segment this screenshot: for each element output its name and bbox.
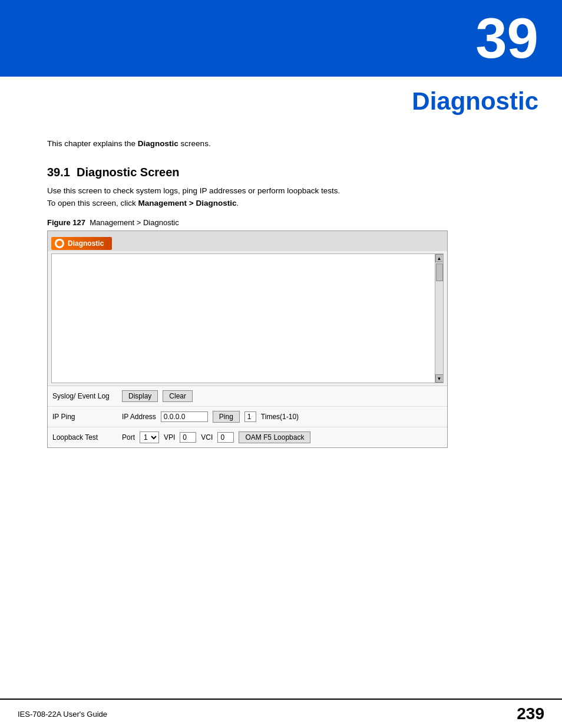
ip-ping-row: IP Ping IP Address Ping Times(1-10) xyxy=(48,407,447,427)
titlebar-text: Diagnostic xyxy=(68,239,104,248)
controls-area: Syslog/ Event Log Display Clear IP Ping … xyxy=(48,386,447,447)
section-title: 39.1 Diagnostic Screen xyxy=(47,166,515,179)
figure-label: Figure 127 xyxy=(47,218,85,227)
syslog-label: Syslog/ Event Log xyxy=(52,392,117,400)
section-title-text: Diagnostic Screen xyxy=(77,166,180,179)
chapter-title: Diagnostic xyxy=(0,77,562,133)
display-button[interactable]: Display xyxy=(122,390,158,402)
scroll-up-arrow[interactable]: ▲ xyxy=(435,254,444,262)
port-select[interactable]: 1 xyxy=(140,431,159,443)
log-area[interactable]: ▲ ▼ xyxy=(51,253,444,383)
clear-button[interactable]: Clear xyxy=(163,390,193,402)
loopback-row: Loopback Test Port 1 VPI VCI OAM F5 Loop… xyxy=(48,427,447,447)
intro-bold: Diagnostic xyxy=(138,139,178,148)
scroll-down-arrow[interactable]: ▼ xyxy=(435,374,444,383)
footer-left: IES-708-22A User's Guide xyxy=(18,710,107,719)
main-content: This chapter explains the Diagnostic scr… xyxy=(0,133,562,472)
ip-address-label: IP Address xyxy=(122,413,156,421)
screenshot-container: Diagnostic ▲ ▼ Syslog/ Event Log Display… xyxy=(47,230,448,448)
section-body2: To open this screen, click Management > … xyxy=(47,199,515,207)
titlebar-icon xyxy=(55,239,64,248)
vpi-label: VPI xyxy=(164,433,175,442)
chapter-banner: 39 xyxy=(0,0,562,77)
times-input[interactable] xyxy=(244,411,256,422)
ip-ping-label: IP Ping xyxy=(52,413,117,421)
figure-caption-text: Management > Diagnostic xyxy=(90,218,178,227)
oam-loopback-button[interactable]: OAM F5 Loopback xyxy=(239,431,310,443)
vci-label: VCI xyxy=(201,433,213,442)
scrollbar-track[interactable]: ▲ ▼ xyxy=(435,254,443,383)
chapter-number: 39 xyxy=(475,10,538,67)
figure-caption: Figure 127 Management > Diagnostic xyxy=(47,218,515,227)
syslog-row: Syslog/ Event Log Display Clear xyxy=(48,386,447,407)
scroll-thumb[interactable] xyxy=(436,263,443,281)
ip-address-input[interactable] xyxy=(161,411,208,422)
loopback-label: Loopback Test xyxy=(52,433,117,442)
body2-after: . xyxy=(237,199,239,207)
port-label: Port xyxy=(122,433,135,442)
body2-before: To open this screen, click xyxy=(47,199,138,207)
times-label: Times(1-10) xyxy=(261,413,299,421)
intro-text-after: screens. xyxy=(178,139,211,148)
titlebar-icon-inner xyxy=(57,241,62,246)
vci-input[interactable] xyxy=(217,432,234,443)
intro-paragraph: This chapter explains the Diagnostic scr… xyxy=(47,139,515,148)
vpi-input[interactable] xyxy=(180,432,196,443)
footer-right: 239 xyxy=(517,704,544,723)
body2-bold: Management > Diagnostic xyxy=(138,199,237,207)
ping-button[interactable]: Ping xyxy=(213,411,240,423)
intro-text-before: This chapter explains the xyxy=(47,139,138,148)
section-number: 39.1 xyxy=(47,166,70,179)
footer: IES-708-22A User's Guide 239 xyxy=(0,699,562,728)
diagnostic-titlebar: Diagnostic xyxy=(51,237,112,250)
section-body1: Use this screen to check system logs, pi… xyxy=(47,186,515,195)
